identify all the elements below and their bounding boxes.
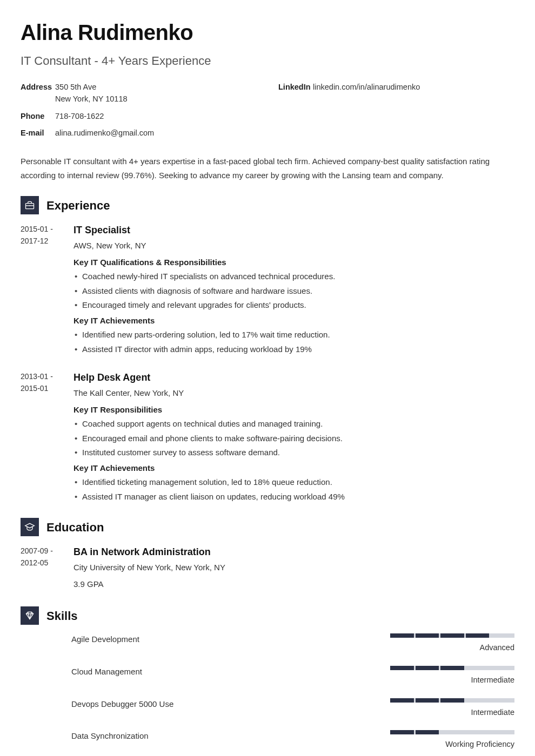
skill-segment [390, 730, 414, 734]
svg-point-1 [29, 205, 30, 206]
bullet-item: Coached support agents on technical duti… [73, 418, 514, 430]
entry-title: IT Specialist [73, 223, 514, 238]
bullet-item: Assisted IT manager as client liaison on… [73, 491, 514, 503]
contact-row: Address350 5th Ave New York, NY 10118 [21, 82, 257, 105]
entry-subtitle: AWS, New York, NY [73, 240, 514, 252]
skill-segment [440, 666, 464, 670]
bullet-item: Assisted clients with diagnosis of softw… [73, 285, 514, 298]
section-header-education: Education [21, 518, 514, 536]
contact-label: LinkedIn [278, 82, 313, 93]
entry-date: 2007-09 -2012-05 [21, 545, 63, 595]
bullet-item: Identified new parts-ordering solution, … [73, 329, 514, 341]
skill-level-label: Advanced [390, 642, 514, 654]
entry-block-heading: Key IT Achievements [73, 315, 514, 327]
skill-segment [466, 730, 490, 734]
contact-grid: Address350 5th Ave New York, NY 10118Pho… [21, 82, 514, 145]
skill-segment [491, 633, 514, 638]
skill-meter-wrap: Intermediate [390, 698, 514, 719]
skill-segment [416, 698, 439, 703]
entry-block-heading: Key IT Achievements [73, 462, 514, 475]
skill-segment [491, 666, 514, 670]
entry-block-heading: Key IT Qualifications & Responsibilities [73, 256, 514, 269]
bullet-item: Encouraged timely and relevant upgrades … [73, 299, 514, 312]
skill-bar [390, 730, 514, 734]
skill-segment [416, 730, 439, 734]
skill-bar [390, 698, 514, 703]
skill-row: Agile DevelopmentAdvanced [71, 633, 514, 654]
contact-col-left: Address350 5th Ave New York, NY 10118Pho… [21, 82, 257, 145]
experience-entry: 2013-01 -2015-01Help Desk AgentThe Kall … [21, 370, 514, 506]
skill-segment [466, 633, 490, 638]
skill-level-label: Intermediate [390, 674, 514, 686]
bullet-item: Encouraged email and phone clients to ma… [73, 433, 514, 445]
contact-row: Phone718-708-1622 [21, 111, 257, 123]
summary-text: Personable IT consultant with 4+ years e… [21, 154, 514, 182]
entry-title: Help Desk Agent [73, 370, 514, 385]
entry-subtitle: City University of New York, New York, N… [73, 562, 514, 574]
bullet-list: Identified new parts-ordering solution, … [73, 329, 514, 355]
section-title-education: Education [46, 518, 104, 536]
entry-date: 2013-01 -2015-01 [21, 370, 63, 506]
skill-level-label: Working Proficiency [390, 739, 514, 751]
entry-body: BA in Network AdministrationCity Univers… [73, 545, 514, 595]
skill-meter-wrap: Working Proficiency [390, 730, 514, 751]
section-title-experience: Experience [46, 197, 110, 214]
graduation-cap-icon [21, 518, 39, 536]
bullet-item: Coached newly-hired IT specialists on ad… [73, 271, 514, 283]
skill-row: Cloud ManagementIntermediate [71, 666, 514, 686]
contact-value: alina.rudimenko@gmail.com [55, 127, 154, 139]
education-list: 2007-09 -2012-05BA in Network Administra… [21, 545, 514, 595]
bullet-list: Coached support agents on technical duti… [73, 418, 514, 459]
skill-name: Devops Debugger 5000 Use [71, 698, 379, 711]
contact-label: Address [21, 82, 55, 105]
skill-segment [466, 698, 490, 703]
skill-segment [416, 666, 439, 670]
skill-segment [390, 633, 414, 638]
education-entry: 2007-09 -2012-05BA in Network Administra… [21, 545, 514, 595]
skill-segment [440, 633, 464, 638]
skill-meter-wrap: Advanced [390, 633, 514, 654]
skill-segment [466, 666, 490, 670]
contact-label: Phone [21, 111, 55, 123]
resume-name: Alina Rudimenko [21, 16, 514, 49]
skill-segment [440, 698, 464, 703]
contact-value: 350 5th Ave New York, NY 10118 [55, 82, 128, 105]
skill-row: Devops Debugger 5000 UseIntermediate [71, 698, 514, 719]
entry-extra: 3.9 GPA [73, 578, 514, 591]
skill-bar [390, 666, 514, 670]
entry-block-heading: Key IT Responsibilities [73, 404, 514, 416]
experience-entry: 2015-01 -2017-12IT SpecialistAWS, New Yo… [21, 223, 514, 359]
contact-value: 718-708-1622 [55, 111, 104, 123]
contact-col-right: LinkedInlinkedin.com/in/alinarudimenko [278, 82, 514, 145]
skill-bar [390, 633, 514, 638]
skill-segment [440, 730, 464, 734]
bullet-item: Assisted IT director with admin apps, re… [73, 343, 514, 356]
bullet-list: Coached newly-hired IT specialists on ad… [73, 271, 514, 312]
skill-segment [390, 666, 414, 670]
section-title-skills: Skills [46, 607, 77, 625]
section-header-skills: Skills [21, 606, 514, 625]
skill-segment [390, 698, 414, 703]
briefcase-icon [21, 196, 39, 214]
contact-row: E-mailalina.rudimenko@gmail.com [21, 127, 257, 139]
section-header-experience: Experience [21, 196, 514, 214]
bullet-list: Identified ticketing management solution… [73, 476, 514, 503]
experience-list: 2015-01 -2017-12IT SpecialistAWS, New Yo… [21, 223, 514, 506]
diamond-icon [21, 606, 39, 625]
bullet-item: Identified ticketing management solution… [73, 476, 514, 489]
skill-name: Data Synchronization [71, 730, 379, 742]
entry-date: 2015-01 -2017-12 [21, 223, 63, 359]
skill-segment [491, 730, 514, 734]
skills-list: Agile DevelopmentAdvancedCloud Managemen… [21, 633, 514, 756]
contact-value: linkedin.com/in/alinarudimenko [313, 82, 420, 93]
entry-title: BA in Network Administration [73, 545, 514, 559]
entry-subtitle: The Kall Center, New York, NY [73, 387, 514, 400]
entry-body: Help Desk AgentThe Kall Center, New York… [73, 370, 514, 506]
contact-label: E-mail [21, 127, 55, 139]
bullet-item: Instituted customer survey to assess sof… [73, 447, 514, 459]
contact-row: LinkedInlinkedin.com/in/alinarudimenko [278, 82, 514, 93]
skill-segment [416, 633, 439, 638]
skill-row: Data SynchronizationWorking Proficiency [71, 730, 514, 751]
entry-body: IT SpecialistAWS, New York, NYKey IT Qua… [73, 223, 514, 359]
skill-name: Agile Development [71, 633, 379, 646]
